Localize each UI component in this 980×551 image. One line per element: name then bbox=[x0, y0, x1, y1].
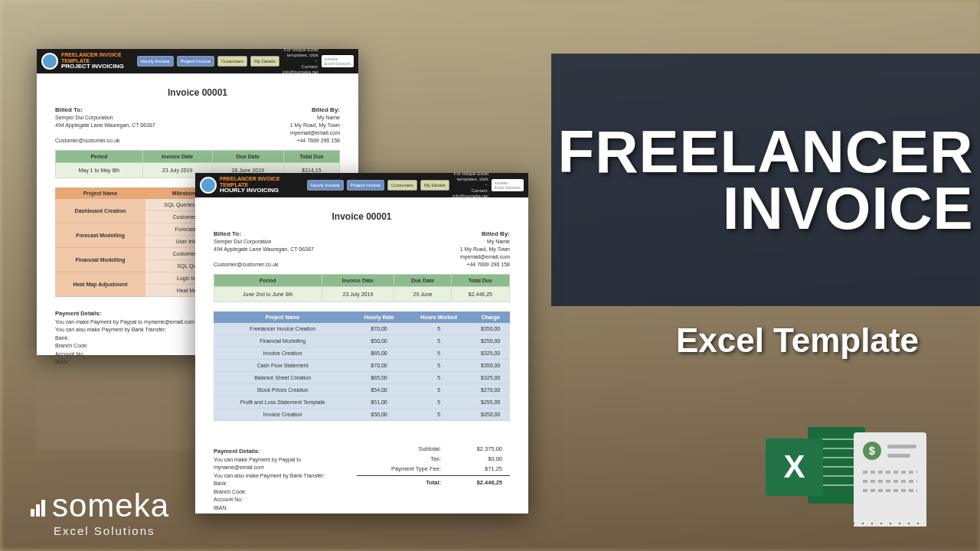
items-table: Project Name Hourly Rate Hours Worked Ch… bbox=[214, 311, 510, 421]
nav-details[interactable]: My Details bbox=[420, 180, 449, 191]
footer-brand: someka Excel Solutions bbox=[31, 487, 169, 537]
title-line2: INVOICE bbox=[723, 174, 974, 242]
someka-mini-logo: someka Excel Solutions bbox=[492, 179, 524, 191]
billed-by: Billed By: My Name 1 My Road, My Town my… bbox=[290, 106, 340, 144]
nav-project[interactable]: Project Invoice bbox=[347, 180, 384, 191]
payment-details: Payment Details: You can make Payment by… bbox=[214, 447, 341, 512]
avatar-icon bbox=[200, 177, 217, 194]
nav-customers[interactable]: Customers bbox=[217, 56, 247, 67]
invoice-number: Invoice 00001 bbox=[214, 211, 510, 222]
brand-name: someka bbox=[52, 487, 169, 524]
icon-group: X bbox=[766, 409, 926, 520]
nav-details[interactable]: My Details bbox=[250, 56, 279, 67]
sheet-header: FREELANCER INVOICE TEMPLATE HOURLY INVOI… bbox=[195, 173, 528, 197]
excel-icon: X bbox=[766, 419, 865, 511]
brand-tagline: Excel Solutions bbox=[54, 524, 169, 537]
billed-to: Billed To: Semper Dui Corporation 494 Ap… bbox=[55, 106, 155, 144]
nav-customers[interactable]: Customers bbox=[387, 180, 417, 191]
subtitle: Excel Template bbox=[676, 321, 919, 360]
nav-hourly[interactable]: Hourly Invoice bbox=[307, 180, 344, 191]
totals: Subtotal:$2.375,00 Tax:$0,00 Payment Typ… bbox=[357, 444, 510, 512]
nav-project[interactable]: Project Invoice bbox=[177, 56, 214, 67]
summary-table: Period Invoice Date Due Date Total Due J… bbox=[214, 274, 510, 302]
avatar-icon bbox=[41, 53, 58, 70]
banner-title: FREELANCER INVOICE bbox=[558, 123, 974, 236]
receipt-icon bbox=[854, 432, 926, 520]
billed-to: Billed To: Semper Dui Corporation 494 Ap… bbox=[214, 230, 314, 268]
sheet-hourly-invoicing: FREELANCER INVOICE TEMPLATE HOURLY INVOI… bbox=[195, 173, 528, 514]
invoice-number: Invoice 00001 bbox=[55, 87, 340, 98]
someka-mini-logo: someka Excel Solutions bbox=[322, 55, 354, 67]
billed-by: Billed By: My Name 1 My Road, My Town my… bbox=[460, 230, 510, 268]
someka-logo-icon bbox=[31, 498, 49, 517]
nav-hourly[interactable]: Hourly Invoice bbox=[137, 56, 174, 67]
title-banner: FREELANCER INVOICE bbox=[551, 54, 980, 306]
sheet-header: FREELANCER INVOICE TEMPLATE PROJECT INVO… bbox=[37, 49, 358, 73]
